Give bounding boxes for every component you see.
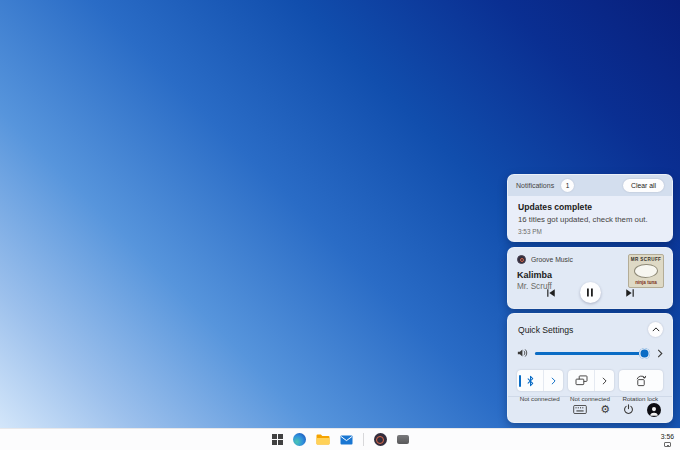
taskbar-groove-music-button[interactable] bbox=[374, 433, 387, 446]
quick-settings-card: Quick Settings bbox=[507, 313, 673, 423]
taskbar-file-explorer-button[interactable] bbox=[316, 434, 330, 445]
notifications-title: Notifications bbox=[516, 182, 554, 189]
groove-music-icon bbox=[517, 255, 526, 264]
previous-track-button[interactable] bbox=[546, 288, 556, 298]
speaker-icon bbox=[517, 348, 528, 358]
album-art-top-text: MR SCRUFF bbox=[631, 257, 662, 262]
rotation-lock-button[interactable] bbox=[619, 370, 663, 391]
quick-settings-buttons bbox=[508, 370, 672, 391]
quick-settings-header: Quick Settings bbox=[508, 314, 672, 337]
clear-all-button[interactable]: Clear all bbox=[623, 179, 664, 192]
chevron-right-icon bbox=[602, 377, 607, 385]
chevron-up-icon bbox=[652, 327, 660, 332]
bluetooth-expand-button[interactable] bbox=[543, 370, 563, 391]
notification-item[interactable]: Updates complete 16 titles got updated, … bbox=[508, 196, 672, 242]
volume-slider[interactable] bbox=[535, 348, 650, 359]
cast-expand-button[interactable] bbox=[594, 370, 614, 391]
volume-row bbox=[508, 346, 672, 360]
notification-body: 16 titles got updated, check them out. bbox=[518, 215, 662, 224]
keyboard-icon[interactable] bbox=[573, 405, 587, 414]
windows-logo-icon bbox=[272, 434, 283, 445]
user-icon bbox=[648, 405, 660, 417]
quick-settings-footer: ⚙ bbox=[508, 396, 672, 422]
volume-slider-fill bbox=[535, 352, 645, 355]
next-track-icon bbox=[625, 288, 635, 298]
next-track-button[interactable] bbox=[625, 288, 635, 298]
groove-music-icon bbox=[374, 433, 387, 446]
rotation-lock-icon bbox=[635, 375, 647, 387]
file-explorer-icon bbox=[316, 434, 330, 445]
user-avatar[interactable] bbox=[647, 403, 661, 417]
bluetooth-icon bbox=[526, 375, 535, 387]
desktop: Notifications 1 Clear all Updates comple… bbox=[0, 0, 680, 450]
media-controls bbox=[508, 282, 672, 303]
taskbar-separator bbox=[363, 433, 364, 446]
system-tray[interactable]: 3:56 bbox=[661, 429, 674, 450]
taskbar-edge-button[interactable] bbox=[293, 433, 306, 446]
notification-timestamp: 3:53 PM bbox=[518, 228, 662, 235]
media-player-card: Groove Music Kalimba Mr. Scruff MR SCRUF… bbox=[507, 247, 673, 309]
notification-title: Updates complete bbox=[518, 202, 662, 212]
active-indicator bbox=[519, 375, 521, 387]
volume-slider-thumb[interactable] bbox=[639, 348, 650, 359]
notifications-header: Notifications 1 Clear all bbox=[508, 175, 672, 196]
album-art-blob bbox=[634, 264, 658, 278]
chevron-right-icon bbox=[551, 377, 556, 385]
notifications-count-badge: 1 bbox=[561, 179, 574, 192]
previous-track-icon bbox=[546, 288, 556, 298]
notifications-card: Notifications 1 Clear all Updates comple… bbox=[507, 174, 673, 242]
power-icon[interactable] bbox=[623, 404, 634, 415]
volume-expand-chevron-icon[interactable] bbox=[657, 349, 663, 358]
taskbar-app-window-button[interactable] bbox=[397, 435, 409, 444]
clock[interactable]: 3:56 bbox=[661, 433, 674, 441]
cast-icon bbox=[575, 375, 588, 386]
media-app-name: Groove Music bbox=[531, 256, 573, 263]
pause-icon bbox=[586, 288, 594, 297]
start-button[interactable] bbox=[272, 434, 283, 445]
pause-button[interactable] bbox=[580, 282, 601, 303]
taskbar-mail-button[interactable] bbox=[340, 435, 353, 445]
mail-icon bbox=[340, 435, 353, 445]
tray-status-icon[interactable] bbox=[664, 442, 671, 447]
cast-button[interactable] bbox=[568, 370, 614, 391]
bluetooth-button[interactable] bbox=[517, 370, 563, 391]
settings-gear-icon[interactable]: ⚙ bbox=[600, 404, 610, 415]
app-window-icon bbox=[397, 435, 409, 444]
collapse-button[interactable] bbox=[648, 322, 663, 337]
edge-icon bbox=[293, 433, 306, 446]
taskbar: 3:56 bbox=[0, 428, 680, 450]
quick-settings-title: Quick Settings bbox=[518, 325, 573, 335]
